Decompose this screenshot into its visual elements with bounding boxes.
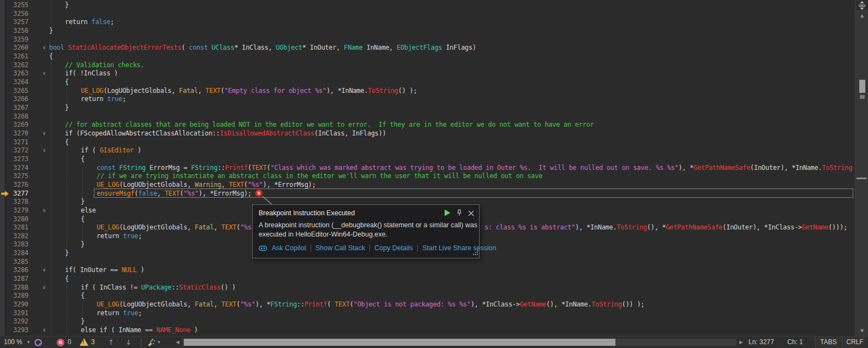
line-number[interactable]: 3281 (0, 223, 28, 232)
next-issue-arrow-icon[interactable]: ↓ (125, 337, 131, 348)
zoom-level[interactable]: 100 % (4, 337, 22, 348)
line-number[interactable]: 3292 (0, 317, 28, 326)
line-number[interactable]: 3289 (0, 292, 28, 300)
line-number[interactable]: 3280 (0, 215, 28, 224)
code-line[interactable]: // if we are trying instantiate an abstr… (97, 172, 542, 181)
line-number[interactable]: 3291 (0, 309, 28, 318)
code-line[interactable]: return true; (81, 95, 126, 104)
previous-issue-arrow-icon[interactable]: ↑ (108, 337, 114, 348)
line-number[interactable]: 3286 (0, 266, 28, 275)
code-line[interactable]: } (65, 249, 69, 258)
fold-chevron-icon[interactable]: ∨ (40, 44, 48, 52)
code-line[interactable]: return true; (97, 232, 142, 241)
fold-chevron-icon[interactable]: ∨ (40, 207, 48, 215)
fold-chevron-icon[interactable]: ∨ (40, 326, 48, 335)
code-line[interactable]: if ( GIsEditor ) (81, 146, 141, 155)
code-line[interactable]: } (81, 317, 85, 326)
error-count-icon[interactable]: ✕ (57, 339, 64, 346)
line-number[interactable]: 3284 (0, 249, 28, 258)
scroll-up-arrow[interactable]: ▲ (855, 13, 868, 18)
show-call-stack-link[interactable]: Show Call Stack (315, 244, 365, 252)
warning-count[interactable]: 3 (91, 337, 95, 348)
code-line[interactable]: { (81, 155, 85, 164)
code-line[interactable]: UE_LOG(LogUObjectGlobals, Fatal, TEXT("%… (97, 223, 255, 232)
line-number[interactable]: 3283 (0, 240, 28, 249)
column-indicator[interactable]: Ch: 1 (787, 337, 803, 348)
horizontal-scroll-thumb[interactable] (184, 339, 615, 346)
fold-chevron-icon[interactable]: ∨ (40, 129, 48, 138)
line-number[interactable]: 3267 (0, 104, 28, 113)
line-number[interactable]: 3293 (0, 326, 28, 335)
line-number[interactable]: 3282 (0, 232, 28, 241)
line-number[interactable]: 3266 (0, 95, 28, 104)
code-line[interactable]: else if ( InName == NAME_None ) (81, 326, 198, 335)
vertical-scrollbar[interactable]: ▲ ▼ (855, 0, 868, 336)
line-number[interactable]: 3262 (0, 61, 28, 70)
line-number[interactable]: 3285 (0, 258, 28, 267)
copy-details-link[interactable]: Copy Details (374, 244, 413, 252)
close-icon[interactable] (468, 209, 474, 219)
code-line[interactable]: UE_LOG(LogUObjectGlobals, Fatal, TEXT("%… (97, 300, 644, 309)
line-number[interactable]: 3274 (0, 164, 28, 173)
line-number[interactable]: 3268 (0, 113, 28, 121)
fold-chevron-icon[interactable]: ∨ (40, 266, 48, 275)
document-health-icon[interactable] (34, 338, 43, 348)
scroll-right-arrow[interactable]: ▶ (739, 337, 743, 348)
line-number[interactable]: 3271 (0, 138, 28, 147)
horizontal-scrollbar[interactable] (182, 339, 737, 346)
line-number[interactable]: 3279 (0, 207, 28, 215)
code-line[interactable]: } (81, 198, 85, 207)
start-live-share-link[interactable]: Start Live Share session (422, 244, 496, 252)
code-line[interactable]: { (81, 215, 85, 224)
line-number[interactable]: 3287 (0, 275, 28, 284)
code-line[interactable]: if( !InClass ) (65, 69, 118, 78)
code-line[interactable]: const FString ErrorMsg = FString::Printf… (97, 164, 852, 173)
scroll-down-arrow[interactable]: ▼ (855, 328, 868, 333)
code-line[interactable]: { (65, 275, 69, 284)
code-line[interactable]: bool StaticAllocateObjectErrorTests( con… (49, 44, 476, 52)
code-line[interactable]: UE_LOG(LogUObjectGlobals, Fatal, TEXT("E… (81, 87, 417, 96)
code-line[interactable]: } (81, 240, 85, 249)
fold-chevron-icon[interactable]: ∨ (40, 284, 48, 292)
line-number[interactable]: 3264 (0, 78, 28, 87)
code-line[interactable]: return false; (65, 18, 114, 27)
continue-play-icon[interactable] (445, 209, 451, 219)
line-ending-indicator[interactable]: CRLF (842, 337, 868, 348)
error-count[interactable]: 0 (68, 337, 71, 348)
code-line[interactable]: else (81, 207, 96, 215)
line-number[interactable]: 3256 (0, 10, 28, 19)
line-number[interactable]: 3258 (0, 27, 28, 36)
code-cleanup-caret[interactable]: ▾ (158, 337, 160, 348)
vertical-scroll-thumb[interactable] (859, 80, 865, 93)
indent-mode-indicator[interactable]: TABS (815, 337, 842, 348)
fold-chevron-icon[interactable]: ∨ (40, 69, 48, 78)
line-number[interactable]: 3257 (0, 18, 28, 27)
line-number[interactable]: 3290 (0, 300, 28, 309)
code-line[interactable]: if( InOuter == NULL ) (65, 266, 144, 275)
warning-count-icon[interactable]: ! (80, 338, 88, 346)
code-line-continued[interactable]: s: class %s is abstract"), *InName.ToStr… (484, 223, 847, 232)
line-indicator[interactable]: Ln: 3277 (749, 337, 774, 348)
line-number[interactable]: 3272 (0, 146, 28, 155)
editor-split-handle-icon[interactable] (855, 0, 868, 11)
code-line[interactable]: } (65, 104, 69, 113)
line-number[interactable]: 3261 (0, 52, 28, 61)
line-number[interactable]: 3259 (0, 36, 28, 44)
code-line[interactable]: { (81, 292, 85, 300)
ask-copilot-link[interactable]: Ask Copilot (272, 244, 306, 252)
zoom-dropdown-caret[interactable]: ▾ (27, 337, 30, 348)
line-number[interactable]: 3260 (0, 44, 28, 52)
line-number[interactable]: 3270 (0, 129, 28, 138)
code-line[interactable]: if ( InClass != UPackage::StaticClass() … (81, 284, 236, 292)
line-number[interactable]: 3288 (0, 284, 28, 292)
code-editor[interactable]: 3255}32563257return false;3258}32593260∨… (0, 0, 855, 336)
code-line[interactable]: { (65, 78, 69, 87)
scroll-left-arrow[interactable]: ◀ (176, 337, 179, 348)
code-cleanup-broom-icon[interactable] (146, 338, 156, 348)
code-line[interactable]: } (49, 27, 53, 36)
code-line[interactable]: if (FScopedAllowAbstractClassAllocation:… (65, 129, 386, 138)
pin-icon[interactable] (456, 209, 463, 219)
line-number[interactable]: 3263 (0, 69, 28, 78)
line-number[interactable]: 3269 (0, 121, 28, 129)
code-line[interactable]: // for abstract classes that are being l… (65, 121, 594, 129)
